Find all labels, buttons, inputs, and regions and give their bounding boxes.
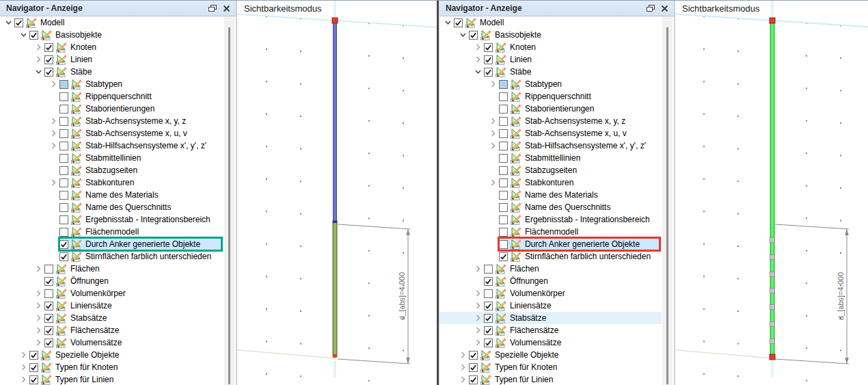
- tree-item-volumens-tze[interactable]: Volumensätze: [0, 336, 223, 349]
- checkbox[interactable]: [59, 228, 68, 237]
- expand-arrow-icon[interactable]: [34, 265, 44, 273]
- tree-item-label[interactable]: Liniensätze: [70, 301, 115, 310]
- checkbox[interactable]: [44, 326, 53, 335]
- expand-arrow-icon[interactable]: [489, 178, 499, 187]
- tree-item-label[interactable]: Stirnflächen farblich unterschieden: [525, 252, 653, 261]
- checkbox[interactable]: [469, 375, 478, 384]
- collapse-arrow-icon[interactable]: [444, 18, 454, 27]
- checkbox[interactable]: [484, 338, 493, 347]
- checkbox[interactable]: [499, 166, 508, 175]
- tree-item-stab-achsensysteme-x-u-v[interactable]: Stab-Achsensysteme x, u, v: [0, 127, 223, 140]
- tree-item-label[interactable]: Stäbe: [70, 67, 94, 77]
- tree-item-stabmittellinien[interactable]: Stabmittellinien: [0, 152, 223, 164]
- checkbox[interactable]: [484, 55, 493, 64]
- tree-item-label[interactable]: Flächensätze: [510, 326, 561, 335]
- tree-item-label[interactable]: Stab-Achsensysteme x, u, v: [85, 129, 190, 138]
- scrollbar-thumb[interactable]: [228, 27, 230, 384]
- expand-arrow-icon[interactable]: [34, 314, 44, 322]
- tree-item-label[interactable]: Stabzugseiten: [525, 165, 580, 175]
- tree-item-ergebnisstab-integrationsbereich[interactable]: Ergebnisstab - Integrationsbereich: [439, 213, 662, 226]
- tree-item-name-des-materials[interactable]: Name des Materials: [0, 189, 223, 201]
- collapse-arrow-icon[interactable]: [19, 31, 29, 39]
- expand-arrow-icon[interactable]: [49, 142, 59, 150]
- checkbox[interactable]: [59, 92, 68, 101]
- tree-item-label[interactable]: Knoten: [510, 42, 539, 52]
- tree-item-name-des-materials[interactable]: Name des Materials: [439, 189, 662, 201]
- checkbox[interactable]: [59, 80, 68, 89]
- tree-item-label[interactable]: Linien: [510, 55, 534, 64]
- tree-item-label[interactable]: Basisobjekte: [495, 30, 544, 40]
- expand-arrow-icon[interactable]: [34, 338, 44, 347]
- checkbox[interactable]: [59, 252, 68, 261]
- tree-item-label[interactable]: Ergebnisstab - Integrationsbereich: [525, 215, 653, 224]
- checkbox[interactable]: [484, 68, 493, 77]
- expand-arrow-icon[interactable]: [474, 302, 484, 310]
- checkbox[interactable]: [59, 117, 68, 126]
- tree-item-ergebnisstab-integrationsbereich[interactable]: Ergebnisstab - Integrationsbereich: [0, 213, 223, 226]
- tree-item-stirnfl-chen-farblich-unterschieden[interactable]: Stirnflächen farblich unterschieden: [0, 250, 223, 263]
- expand-arrow-icon[interactable]: [34, 55, 44, 64]
- tree-item-label[interactable]: Volumenkörper: [510, 289, 568, 298]
- tree-item-stabtypen[interactable]: Stabtypen: [439, 78, 662, 90]
- tree-item-fl-chens-tze[interactable]: Flächensätze: [0, 324, 223, 336]
- checkbox[interactable]: [484, 326, 493, 335]
- checkbox[interactable]: [59, 203, 68, 212]
- checkbox[interactable]: [484, 314, 493, 323]
- tree-item-label[interactable]: Stab-Achsensysteme x, y, z: [525, 116, 628, 126]
- tree-item-label[interactable]: Öffnungen: [510, 276, 551, 286]
- node-bottom[interactable]: [770, 354, 775, 360]
- tree-item-label[interactable]: Linien: [70, 55, 95, 64]
- expand-arrow-icon[interactable]: [459, 351, 469, 359]
- checkbox[interactable]: [499, 105, 508, 114]
- tree-item-stirnfl-chen-farblich-unterschieden[interactable]: Stirnflächen farblich unterschieden: [439, 250, 662, 263]
- tree-item-label[interactable]: Stab-Hilfsachsensysteme x', y', z': [85, 141, 209, 150]
- checkbox[interactable]: [499, 215, 508, 224]
- expand-arrow-icon[interactable]: [459, 363, 469, 371]
- checkbox[interactable]: [29, 375, 38, 384]
- tree-item-label[interactable]: Öffnungen: [70, 276, 111, 286]
- tree-item-knoten[interactable]: Knoten: [439, 41, 662, 53]
- tree-item-staborientierungen[interactable]: Staborientierungen: [0, 103, 223, 115]
- checkbox[interactable]: [59, 166, 68, 175]
- checkbox[interactable]: [44, 277, 53, 286]
- expand-arrow-icon[interactable]: [459, 375, 469, 384]
- checkbox[interactable]: [499, 80, 508, 89]
- tree-item-liniens-tze[interactable]: Liniensätze: [0, 300, 223, 312]
- expand-arrow-icon[interactable]: [34, 326, 44, 334]
- tree-item-modell[interactable]: Modell: [439, 16, 662, 29]
- checkbox[interactable]: [499, 228, 508, 237]
- tree-item-stab-achsensysteme-x-y-z[interactable]: Stab-Achsensysteme x, y, z: [0, 115, 223, 127]
- tree-item-durch-anker-generierte-objekte[interactable]: Durch Anker generierte Objekte: [439, 238, 662, 250]
- tree-item-label[interactable]: Stäbe: [510, 67, 534, 77]
- anchor-node[interactable]: [770, 339, 775, 344]
- collapse-arrow-icon[interactable]: [34, 68, 44, 76]
- tree-item-label[interactable]: Stabzugseiten: [85, 165, 140, 175]
- checkbox[interactable]: [59, 129, 68, 138]
- scrollbar-thumb[interactable]: [666, 27, 668, 384]
- checkbox[interactable]: [499, 129, 508, 138]
- tree-item-typen-f-r-knoten[interactable]: Typen für Knoten: [0, 361, 223, 373]
- checkbox[interactable]: [44, 68, 53, 77]
- tree-item-spezielle-objekte[interactable]: Spezielle Objekte: [439, 349, 662, 361]
- tree-item-stabkonturen[interactable]: Stabkonturen: [0, 176, 223, 189]
- tree-item-label[interactable]: Rippenquerschnitt: [525, 92, 594, 101]
- tree-item-label[interactable]: Flächen: [510, 264, 542, 274]
- expand-arrow-icon[interactable]: [49, 117, 59, 125]
- expand-arrow-icon[interactable]: [19, 375, 29, 384]
- checkbox[interactable]: [29, 363, 38, 372]
- close-icon[interactable]: [657, 2, 671, 14]
- checkbox[interactable]: [29, 31, 38, 40]
- collapse-arrow-icon[interactable]: [459, 31, 469, 39]
- expand-arrow-icon[interactable]: [474, 43, 484, 51]
- tree-item-label[interactable]: Basisobjekte: [55, 30, 105, 40]
- anchor-node[interactable]: [770, 255, 775, 260]
- expand-arrow-icon[interactable]: [49, 80, 59, 88]
- tree-item-label[interactable]: Flächenmodell: [525, 227, 581, 237]
- checkbox[interactable]: [499, 92, 508, 101]
- tree-item-name-des-querschnitts[interactable]: Name des Querschnitts: [439, 201, 662, 213]
- tree-item-label[interactable]: Rippenquerschnitt: [85, 92, 154, 101]
- tree-item-fl-chenmodell[interactable]: Flächenmodell: [0, 226, 223, 238]
- checkbox[interactable]: [469, 363, 478, 372]
- checkbox[interactable]: [44, 55, 53, 64]
- tree-item-basisobjekte[interactable]: Basisobjekte: [0, 29, 223, 41]
